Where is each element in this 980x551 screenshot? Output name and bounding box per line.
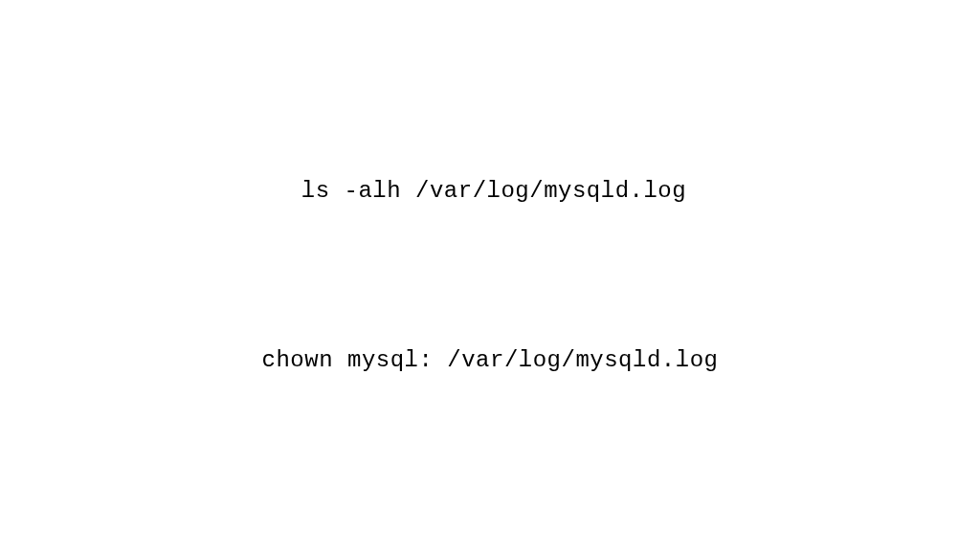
command-line-1: ls -alh /var/log/mysqld.log [294, 178, 686, 204]
command-line-2: chown mysql: /var/log/mysqld.log [262, 347, 719, 373]
